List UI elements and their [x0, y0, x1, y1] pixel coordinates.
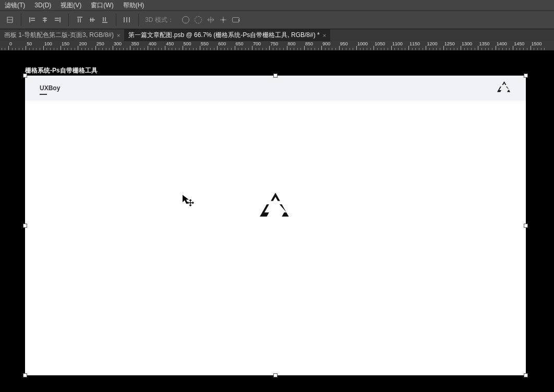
- mode3d-label: 3D 模式：: [142, 16, 177, 24]
- selection-handle[interactable]: [273, 74, 278, 78]
- menu-bar: 滤镜(T) 3D(D) 视图(V) 窗口(W) 帮助(H): [0, 0, 554, 11]
- design-header-bar: UXBoy: [25, 76, 526, 101]
- selection-handle[interactable]: [23, 74, 27, 78]
- 3d-slide-icon[interactable]: [218, 14, 229, 26]
- selection-handle[interactable]: [273, 373, 278, 377]
- align-hcenter-icon[interactable]: [39, 14, 51, 26]
- menu-window[interactable]: 窗口(W): [89, 0, 115, 11]
- center-triangle-logo-icon: [260, 193, 291, 223]
- align-bottom-icon[interactable]: [99, 14, 111, 26]
- ruler-horizontal[interactable]: -500501001502002503003504004505005506006…: [0, 41, 554, 51]
- svg-point-1: [222, 19, 224, 21]
- 3d-pan-icon[interactable]: [205, 14, 216, 26]
- selection-handle[interactable]: [23, 373, 27, 377]
- selection-handle[interactable]: [524, 373, 528, 377]
- document-tab[interactable]: 第一篇文章配图.psb @ 66.7% (栅格系统-Ps自带栅格工具, RGB/…: [124, 29, 330, 41]
- canvas-area[interactable]: 栅格系统-Ps自带栅格工具 UXBoy: [0, 51, 554, 392]
- align-left-icon[interactable]: [27, 14, 38, 26]
- document-tab-label: 画板 1-导航配色第二版-页面3, RGB/8#): [4, 31, 114, 40]
- artboard[interactable]: UXBoy: [25, 76, 526, 375]
- menu-help[interactable]: 帮助(H): [122, 0, 146, 11]
- autoselect-icon[interactable]: [4, 14, 16, 26]
- 3d-rotate-icon[interactable]: [192, 14, 204, 26]
- align-right-icon[interactable]: [52, 14, 63, 26]
- 3d-orbit-icon[interactable]: [180, 14, 191, 26]
- triangle-logo-icon: [497, 81, 511, 95]
- selection-handle[interactable]: [524, 224, 528, 228]
- 3d-camera-icon[interactable]: [230, 14, 242, 26]
- options-bar: 3D 模式：: [0, 11, 554, 29]
- distribute-icon[interactable]: [122, 14, 133, 26]
- document-tab[interactable]: 画板 1-导航配色第二版-页面3, RGB/8#)×: [0, 29, 124, 41]
- selection-handle[interactable]: [23, 224, 27, 228]
- selection-handle[interactable]: [524, 74, 528, 78]
- artboard-label[interactable]: 栅格系统-Ps自带栅格工具: [25, 66, 98, 75]
- align-top-icon[interactable]: [74, 14, 86, 26]
- document-tab-bar: 画板 1-导航配色第二版-页面3, RGB/8#)×第一篇文章配图.psb @ …: [0, 29, 554, 41]
- menu-3d[interactable]: 3D(D): [33, 1, 53, 10]
- align-vcenter-icon[interactable]: [87, 14, 98, 26]
- close-icon[interactable]: ×: [117, 32, 120, 39]
- menu-view[interactable]: 视图(V): [59, 0, 83, 11]
- menu-filter[interactable]: 滤镜(T): [3, 0, 27, 11]
- document-tab-label: 第一篇文章配图.psb @ 66.7% (栅格系统-Ps自带栅格工具, RGB/…: [128, 31, 319, 40]
- brand-text: UXBoy: [40, 84, 60, 92]
- close-icon[interactable]: ×: [323, 32, 326, 39]
